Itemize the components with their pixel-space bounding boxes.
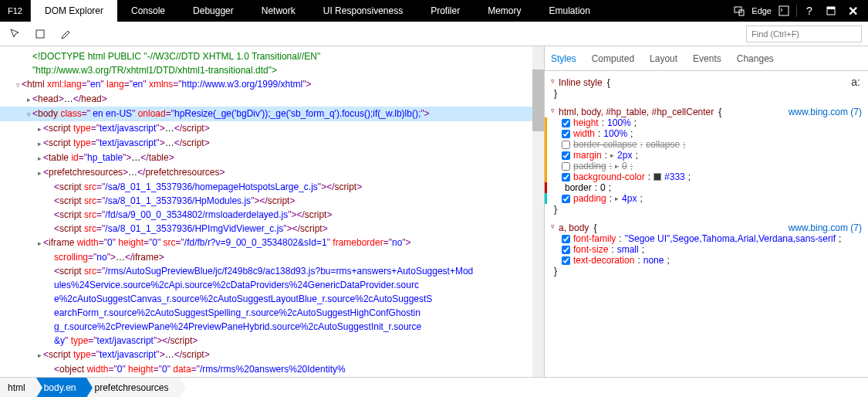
- svg-rect-4: [827, 7, 835, 9]
- prop-checkbox[interactable]: [562, 246, 570, 254]
- f12-label: F12: [0, 0, 31, 22]
- css-prop[interactable]: font-family: "Segoe UI",Segoe,Tahoma,Ari…: [551, 233, 862, 244]
- console-icon[interactable]: [775, 0, 793, 22]
- css-prop[interactable]: background-color: #333;: [551, 171, 862, 182]
- breadcrumb-body-en[interactable]: body.en: [36, 378, 87, 397]
- dom-line[interactable]: ▿<body class=" en en-US" onload="hpResiz…: [0, 107, 544, 121]
- side-tab-changes[interactable]: Changes: [737, 53, 774, 64]
- css-prop[interactable]: width: 100%;: [551, 128, 862, 139]
- dom-line[interactable]: ▸<head>…</head>: [0, 92, 544, 107]
- side-tab-layout[interactable]: Layout: [650, 53, 677, 64]
- prop-checkbox[interactable]: [562, 195, 570, 203]
- css-prop[interactable]: margin: ▸2px;: [551, 150, 862, 161]
- css-prop[interactable]: padding: ▸0;: [551, 161, 862, 171]
- dom-line[interactable]: ules%24Service.source%2cApi.source%2cDat…: [0, 278, 544, 292]
- dom-line[interactable]: ▸<iframe width="0" height="0" src="/fd/f…: [0, 236, 544, 250]
- side-tab-computed[interactable]: Computed: [592, 53, 634, 64]
- css-prop[interactable]: border: 0;: [551, 182, 862, 193]
- dom-line[interactable]: ▸<script type="text/javascript">…</scrip…: [0, 121, 544, 136]
- svg-rect-2: [779, 6, 789, 15]
- undock-icon[interactable]: [822, 0, 840, 22]
- select-element-icon[interactable]: [6, 25, 25, 43]
- edge-label: Edge: [751, 6, 772, 15]
- dom-line[interactable]: ▿<html xml:lang="en" lang="en" xmlns="ht…: [0, 77, 544, 92]
- dom-line[interactable]: <script src="/sa/8_01_1_3537936/homepage…: [0, 180, 544, 194]
- close-icon[interactable]: ✕: [843, 0, 862, 22]
- tab-profiler[interactable]: Profiler: [417, 0, 474, 22]
- dom-line[interactable]: e%2cAutoSuggestCanvas_r.source%2cAutoSug…: [0, 292, 544, 306]
- device-icon[interactable]: [730, 0, 748, 22]
- dom-line[interactable]: &y" type="text/javascript"></script>: [0, 334, 544, 348]
- prop-checkbox[interactable]: [562, 173, 570, 182]
- breadcrumb-html[interactable]: html: [0, 378, 36, 397]
- sep: [796, 5, 797, 17]
- dom-line[interactable]: <!DOCTYPE html PUBLIC "-//W3C//DTD XHTML…: [0, 49, 544, 63]
- dom-tree[interactable]: <!DOCTYPE html PUBLIC "-//W3C//DTD XHTML…: [0, 46, 544, 377]
- dom-line[interactable]: <script src="/sa/8_01_1_3537936/HpModule…: [0, 194, 544, 208]
- prop-checkbox[interactable]: [562, 119, 570, 127]
- tab-console[interactable]: Console: [117, 0, 179, 22]
- prop-checkbox[interactable]: [562, 235, 570, 243]
- css-prop[interactable]: height: 100%;: [551, 117, 862, 128]
- highlight-icon[interactable]: [31, 25, 49, 43]
- side-tab-events[interactable]: Events: [693, 53, 721, 64]
- dom-line[interactable]: ▸<script type="text/javascript">…</scrip…: [0, 348, 544, 362]
- dom-line[interactable]: earchForm_r.source%2cAutoSuggestSpelling…: [0, 306, 544, 320]
- prop-checkbox[interactable]: [562, 162, 570, 171]
- help-icon[interactable]: ?: [800, 0, 819, 22]
- prop-checkbox[interactable]: [562, 130, 570, 138]
- prop-checkbox[interactable]: [562, 256, 570, 265]
- tab-debugger[interactable]: Debugger: [179, 0, 248, 22]
- tab-network[interactable]: Network: [248, 0, 309, 22]
- tab-dom-explorer[interactable]: DOM Explorer: [31, 0, 117, 22]
- tab-emulation[interactable]: Emulation: [535, 0, 604, 22]
- side-tab-styles[interactable]: Styles: [551, 53, 576, 64]
- css-prop[interactable]: text-decoration: none;: [551, 255, 862, 266]
- dom-line[interactable]: <script src="/fd/sa/9_00_0_3534802/rmslo…: [0, 208, 544, 222]
- dom-scrollbar[interactable]: [532, 46, 544, 377]
- dom-line[interactable]: <script src="/rms/AutoSugPreviewBlue/jc/…: [0, 264, 544, 278]
- dom-line[interactable]: scrolling="no">…</iframe>: [0, 250, 544, 264]
- dom-line[interactable]: <script src="/sa/8_01_1_3537936/HPImgVid…: [0, 222, 544, 236]
- dom-line[interactable]: <object width="0" height="0" data="/rms/…: [0, 362, 544, 376]
- source-link[interactable]: www.bing.com (7): [789, 222, 862, 233]
- accessibility-icon[interactable]: a:: [851, 76, 860, 88]
- dom-line[interactable]: "http://www.w3.org/TR/xhtml1/DTD/xhtml1-…: [0, 63, 544, 77]
- css-prop[interactable]: padding: ▸4px;: [551, 193, 862, 204]
- prop-checkbox[interactable]: [562, 141, 570, 149]
- find-input[interactable]: [746, 25, 862, 42]
- dom-line[interactable]: ▸<script type="text/javascript">…</scrip…: [0, 136, 544, 151]
- dom-line[interactable]: g_r.source%2cPreviewPane%24PreviewPaneHy…: [0, 320, 544, 334]
- breadcrumb-prefetchresources[interactable]: prefetchresources: [86, 378, 179, 397]
- dom-line[interactable]: ▸<prefetchresources>…</prefetchresources…: [0, 165, 544, 180]
- tab-memory[interactable]: Memory: [474, 0, 535, 22]
- source-link[interactable]: www.bing.com (7): [789, 107, 862, 117]
- styles-pane[interactable]: a: ▿Inline style{}▿html, body, #hp_table…: [545, 71, 868, 377]
- dom-line[interactable]: ▸<table id="hp_table">…</table>: [0, 151, 544, 165]
- color-picker-icon[interactable]: [56, 25, 74, 43]
- css-prop[interactable]: border-collapse: collapse;: [551, 139, 862, 150]
- tab-ui-responsiveness[interactable]: UI Responsiveness: [309, 0, 417, 22]
- prop-checkbox[interactable]: [562, 151, 570, 160]
- css-prop[interactable]: font-size: small;: [551, 244, 862, 255]
- svg-rect-5: [36, 30, 44, 38]
